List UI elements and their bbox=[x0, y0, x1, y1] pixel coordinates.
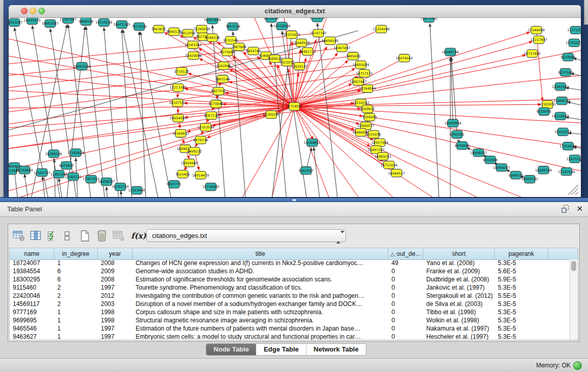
graph-node[interactable]: 19166825 bbox=[172, 129, 189, 137]
table-row[interactable]: 1456911722003Disruption of a novel membe… bbox=[10, 300, 570, 309]
graph-node[interactable]: 15932971 bbox=[554, 128, 571, 136]
table-cell[interactable]: 0 bbox=[388, 300, 423, 309]
table-cell[interactable]: Yano et al. (2008) bbox=[423, 259, 495, 268]
table-cell[interactable]: Tibbo et al. (1998) bbox=[423, 309, 495, 317]
graph-node[interactable]: 8660128 bbox=[167, 28, 182, 35]
graph-node[interactable]: 11171375 bbox=[567, 26, 581, 34]
graph-node[interactable]: 9575685 bbox=[220, 48, 235, 56]
graph-node[interactable]: 12093582 bbox=[552, 83, 569, 91]
graph-node[interactable]: 8267130 bbox=[204, 112, 219, 119]
column-header-in_degree[interactable]: in_degree bbox=[54, 248, 98, 259]
citation-graph[interactable]: 1055328714935575106533871132700794661601… bbox=[9, 18, 581, 197]
table-cell[interactable]: 5.3E-5 bbox=[495, 309, 548, 317]
table-cell[interactable]: 0 bbox=[388, 268, 423, 276]
table-row[interactable]: 1872400712008Changes of HCN gene express… bbox=[10, 259, 570, 268]
graph-node[interactable]: 9162997 bbox=[299, 167, 314, 174]
graph-node[interactable]: 22420046 bbox=[185, 52, 202, 59]
graph-node[interactable]: 9466160 bbox=[79, 18, 94, 26]
graph-node[interactable]: 16210643 bbox=[552, 112, 569, 120]
graph-node[interactable]: 10197347 bbox=[310, 29, 326, 37]
graph-node[interactable]: 8813054 bbox=[264, 18, 279, 23]
graph-node[interactable]: 9975887 bbox=[59, 162, 74, 169]
table-cell[interactable]: Disruption of a novel member of a sodium… bbox=[133, 300, 388, 309]
table-cell[interactable]: 9777169 bbox=[10, 309, 54, 317]
graph-node[interactable]: 15751074 bbox=[565, 39, 581, 47]
table-cell[interactable]: Genome-wide association studies in ADHD. bbox=[133, 268, 388, 276]
graph-node[interactable]: 19099489 bbox=[181, 159, 198, 167]
table-cell[interactable]: 5.3E-5 bbox=[495, 333, 548, 340]
graph-node[interactable]: 16055702 bbox=[521, 176, 538, 183]
graph-node[interactable]: 15716485 bbox=[202, 183, 219, 191]
table-cell[interactable]: 5.3E-5 bbox=[495, 317, 548, 325]
graph-node[interactable]: 9155938 bbox=[366, 130, 381, 138]
create-new-column-icon[interactable] bbox=[79, 230, 91, 242]
table-cell[interactable]: 22420046 bbox=[10, 292, 54, 300]
table-cell[interactable]: 2008 bbox=[98, 276, 133, 284]
column-header-short[interactable]: short bbox=[423, 248, 495, 259]
table-cell[interactable]: 18724007 bbox=[10, 259, 54, 268]
graph-node[interactable]: 12923448 bbox=[128, 187, 145, 194]
graph-node[interactable]: 16782759 bbox=[112, 183, 128, 191]
tab-edge-table[interactable]: Edge Table bbox=[256, 343, 306, 356]
graph-node[interactable]: 19218586 bbox=[273, 22, 290, 30]
graph-node[interactable]: 16640910 bbox=[293, 39, 310, 47]
tab-node-table[interactable]: Node Table bbox=[206, 343, 256, 356]
graph-node[interactable]: 2867608 bbox=[232, 43, 247, 51]
table-cell[interactable]: 0 bbox=[388, 317, 423, 325]
graph-node[interactable]: 12217897 bbox=[530, 36, 547, 43]
graph-node[interactable]: 8131074 bbox=[310, 18, 325, 22]
table-cell[interactable]: 2009 bbox=[98, 268, 133, 276]
table-cell[interactable]: Corpus callosum shape and size in male p… bbox=[133, 309, 388, 317]
table-cell[interactable]: 1998 bbox=[98, 317, 133, 325]
table-cell[interactable]: Hescheler et al. (1997) bbox=[423, 333, 495, 340]
table-cell[interactable]: 1 bbox=[54, 333, 98, 340]
graph-node[interactable]: 11327007 bbox=[59, 18, 76, 24]
graph-node[interactable]: 19656590 bbox=[321, 37, 338, 45]
graph-node[interactable]: 16053809 bbox=[204, 18, 221, 24]
column-list-icon[interactable] bbox=[63, 230, 71, 242]
table-cell[interactable]: 14569117 bbox=[10, 300, 54, 309]
float-panel-icon[interactable] bbox=[561, 205, 570, 213]
show-columns-icon[interactable] bbox=[30, 230, 42, 242]
table-cell[interactable]: Embryonic stem cells: a model to study s… bbox=[133, 333, 388, 340]
delete-column-icon[interactable] bbox=[96, 230, 108, 242]
table-row[interactable]: 2242004622012Investigating the contribut… bbox=[10, 292, 570, 300]
column-header-title[interactable]: title bbox=[133, 248, 388, 259]
graph-node[interactable]: 8427552 bbox=[211, 87, 226, 95]
table-cell[interactable]: 2 bbox=[54, 300, 98, 309]
graph-node[interactable]: 22260558 bbox=[193, 25, 210, 33]
table-cell[interactable]: Franke et al. (2009) bbox=[423, 268, 495, 276]
table-cell[interactable]: 1998 bbox=[98, 309, 133, 317]
table-row[interactable]: 969969511998Structural magnetic resonanc… bbox=[10, 317, 570, 325]
table-cell[interactable]: 0 bbox=[388, 276, 423, 284]
tab-network-table[interactable]: Network Table bbox=[307, 343, 366, 356]
column-header-out_de[interactable]: △out_de... bbox=[388, 248, 423, 259]
table-mode-icon[interactable] bbox=[13, 230, 25, 242]
graph-node[interactable]: 20206536 bbox=[45, 150, 62, 158]
graph-node[interactable]: 9355998 bbox=[483, 156, 498, 164]
table-cell[interactable]: 5.3E-5 bbox=[495, 284, 548, 292]
scrollbar-thumb[interactable] bbox=[571, 261, 576, 271]
graph-node[interactable]: 7663822 bbox=[151, 25, 166, 33]
graph-node[interactable]: 2718120 bbox=[175, 68, 189, 75]
graph-node[interactable]: 6791902 bbox=[450, 130, 465, 138]
table-cell[interactable]: 2008 bbox=[98, 259, 133, 268]
table-cell[interactable]: Nakamura et al. (1997) bbox=[423, 325, 495, 333]
table-cell[interactable]: 5.9E-5 bbox=[495, 276, 548, 284]
table-cell[interactable]: 2012 bbox=[98, 292, 133, 300]
graph-node[interactable]: 8978334 bbox=[193, 136, 208, 144]
graph-node[interactable]: 20053346 bbox=[73, 62, 90, 70]
network-window-titlebar[interactable]: citations_edges.txt bbox=[9, 5, 581, 18]
column-header-pagerank[interactable]: pagerank bbox=[495, 248, 548, 259]
function-builder-icon[interactable]: f(x) bbox=[131, 231, 146, 240]
table-cell[interactable]: Wolkin et al. (1998) bbox=[423, 317, 495, 325]
graph-node[interactable]: 10671385 bbox=[113, 20, 130, 28]
column-header-name[interactable]: name bbox=[10, 248, 54, 259]
close-panel-icon[interactable]: ✕ bbox=[576, 204, 583, 213]
table-selector-dropdown[interactable]: citations_edges.txt bbox=[146, 229, 346, 242]
graph-node[interactable]: 16914479 bbox=[192, 171, 209, 179]
table-cell[interactable]: 0 bbox=[388, 325, 423, 333]
graph-node[interactable]: 16907497 bbox=[333, 44, 350, 52]
graph-node[interactable]: 17016504 bbox=[559, 142, 576, 150]
select-all-columns-icon[interactable] bbox=[47, 230, 59, 242]
